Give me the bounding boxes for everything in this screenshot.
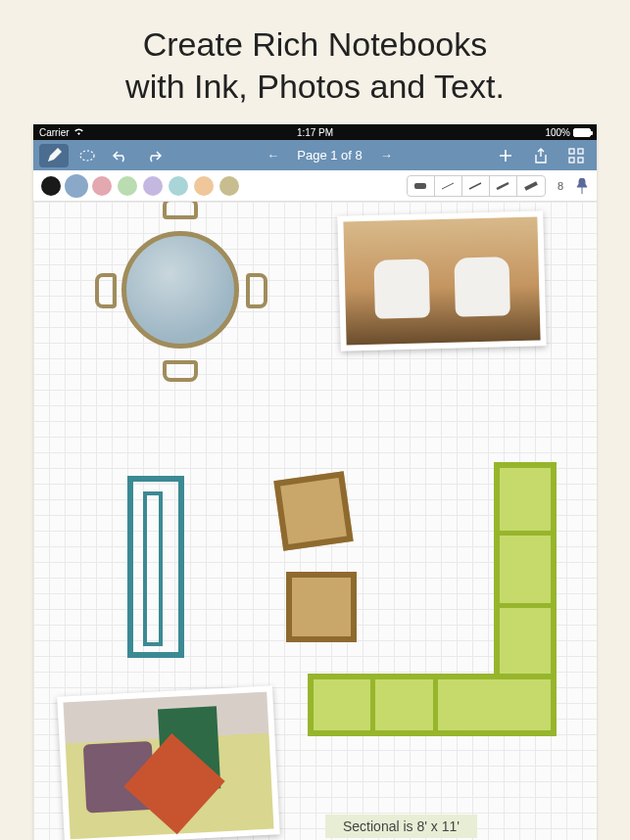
svg-rect-3 [569, 158, 574, 163]
chair-bottom-drawing [163, 360, 198, 382]
tablet-frame: Carrier 1:17 PM 100% ← Page 1 of 8 → [33, 124, 597, 840]
svg-rect-1 [569, 149, 574, 154]
sectional-horizontal [308, 674, 557, 736]
color-swatch-teal[interactable] [169, 176, 188, 196]
app-toolbar: ← Page 1 of 8 → [33, 140, 597, 170]
pen-thin-2[interactable] [462, 176, 490, 196]
undo-button[interactable] [106, 144, 135, 167]
color-swatch-blue[interactable] [67, 176, 86, 196]
drawing-canvas[interactable]: Sectional is 8' x 11' [33, 202, 597, 840]
ottoman-drawing-1[interactable] [273, 471, 353, 550]
pen-thick[interactable] [517, 176, 545, 196]
pen-tool-button[interactable] [39, 144, 69, 167]
sectional-divider [500, 603, 551, 608]
svg-rect-4 [578, 158, 583, 163]
lasso-tool-button[interactable] [73, 144, 102, 167]
svg-line-6 [442, 183, 454, 189]
svg-line-8 [497, 183, 509, 189]
battery-percent: 100% [545, 127, 570, 138]
photo-bar-stools-image [343, 216, 540, 345]
sectional-divider [433, 679, 438, 730]
table-circle-drawing [121, 231, 239, 349]
photo-bar-stools[interactable] [337, 210, 547, 350]
chair-right-drawing [246, 273, 267, 308]
clock: 1:17 PM [297, 127, 333, 138]
eraser-button[interactable] [408, 176, 435, 196]
page-indicator: Page 1 of 8 [297, 148, 363, 163]
share-button[interactable] [526, 144, 556, 167]
color-swatch-orange[interactable] [194, 176, 214, 196]
color-swatch-black[interactable] [41, 176, 61, 196]
svg-line-7 [469, 183, 481, 189]
svg-point-0 [80, 151, 94, 161]
cabinet-drawing[interactable] [127, 476, 184, 658]
table-drawing[interactable] [121, 231, 239, 349]
promo-headline: Create Rich Notebooks with Ink, Photos a… [0, 0, 630, 124]
pin-icon[interactable] [575, 178, 589, 194]
battery-icon [573, 128, 591, 137]
next-page-button[interactable]: → [380, 148, 393, 163]
color-swatch-purple[interactable] [143, 176, 163, 196]
photo-couch[interactable] [57, 685, 280, 840]
svg-rect-2 [578, 149, 583, 154]
redo-button[interactable] [139, 144, 169, 167]
promo-line1: Create Rich Notebooks [143, 25, 488, 63]
sectional-divider [370, 679, 375, 730]
grid-view-button[interactable] [561, 144, 591, 167]
chair-top-drawing [163, 202, 198, 219]
color-swatch-tan[interactable] [219, 176, 239, 196]
color-swatch-green[interactable] [118, 176, 137, 196]
carrier-label: Carrier [39, 127, 70, 138]
pen-size-group [407, 175, 546, 197]
palette-bar: 8 [33, 170, 597, 202]
chair-left-drawing [95, 273, 117, 308]
pen-medium[interactable] [490, 176, 517, 196]
svg-rect-5 [414, 183, 426, 189]
photo-couch-image [63, 692, 273, 840]
wifi-icon [73, 127, 84, 138]
promo-line2: with Ink, Photos and Text. [125, 68, 505, 105]
add-button[interactable] [491, 144, 520, 167]
status-bar: Carrier 1:17 PM 100% [33, 124, 597, 140]
palette-page-number: 8 [557, 180, 563, 192]
color-swatch-pink[interactable] [92, 176, 112, 196]
prev-page-button[interactable]: ← [267, 148, 279, 163]
svg-line-9 [525, 183, 537, 189]
sectional-divider [500, 531, 551, 536]
ottoman-drawing-2[interactable] [286, 572, 357, 642]
pen-thin-1[interactable] [435, 176, 462, 196]
canvas-text-note[interactable]: Sectional is 8' x 11' [325, 815, 477, 838]
